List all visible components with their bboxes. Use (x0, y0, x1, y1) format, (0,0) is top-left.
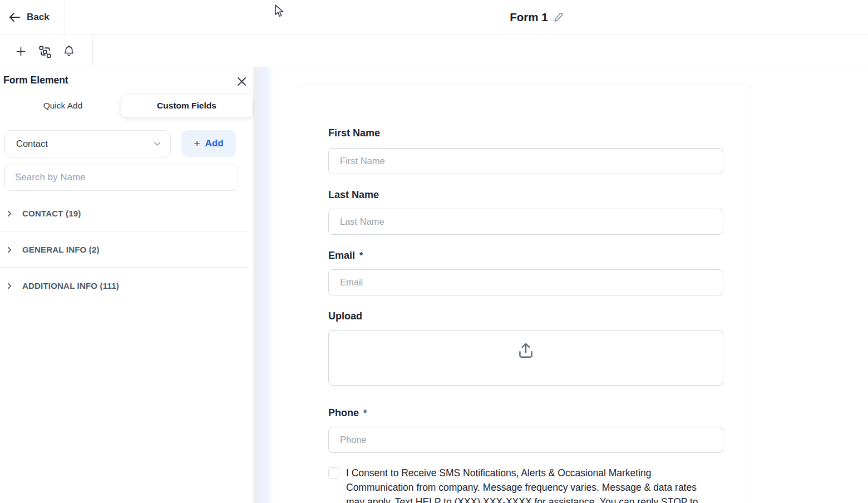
chevron-right-icon (6, 210, 13, 218)
object-select-dropdown[interactable]: Contact (4, 130, 171, 157)
arrow-left-icon (9, 12, 21, 22)
back-label: Back (27, 12, 50, 23)
field-label: Upload (328, 310, 362, 322)
form-element-panel: Form Element Quick Add Custom Fields Con… (0, 67, 253, 503)
chevron-right-icon (6, 246, 13, 254)
top-header-bar: Back Form 1 (0, 0, 868, 34)
section-general-info[interactable]: GENERAL INFO (2) (0, 231, 249, 268)
first-name-input[interactable] (328, 148, 723, 174)
add-button[interactable]: + Add (181, 130, 236, 157)
email-input[interactable] (328, 269, 723, 295)
sms-consent-row: I Consent to Receive SMS Notifications, … (328, 466, 723, 503)
tab-custom-fields[interactable]: Custom Fields (121, 94, 253, 117)
consent-text: I Consent to Receive SMS Notifications, … (346, 466, 707, 503)
page-title: Form 1 (510, 11, 548, 24)
close-icon[interactable] (235, 75, 248, 88)
header-divider (65, 0, 65, 34)
section-contact[interactable]: CONTACT (19) (0, 195, 249, 231)
last-name-input[interactable] (328, 209, 723, 235)
section-label: ADDITIONAL INFO (111) (22, 281, 119, 290)
required-marker: * (359, 251, 363, 260)
form-preview-canvas: First Name Last Name Email* Upload Phone… (299, 83, 752, 503)
upload-dropzone[interactable] (328, 330, 723, 386)
panel-edge-gradient (253, 67, 274, 503)
upload-icon (516, 340, 536, 360)
chevron-down-icon (153, 140, 161, 148)
chevron-right-icon (6, 282, 13, 290)
field-label: Last Name (328, 189, 379, 201)
field-label: First Name (328, 127, 380, 139)
back-button[interactable]: Back (9, 0, 50, 34)
phone-input[interactable] (328, 427, 723, 453)
secondary-toolbar (0, 34, 868, 67)
panel-title: Form Element (3, 75, 68, 86)
plus-glyph: + (194, 137, 200, 150)
field-label: Email* (328, 250, 363, 262)
notification-bell-icon[interactable] (62, 45, 76, 58)
field-label: Phone* (328, 407, 367, 419)
add-button-label: Add (205, 138, 224, 149)
plus-icon[interactable] (14, 45, 27, 58)
section-label: CONTACT (19) (22, 209, 81, 218)
search-input[interactable] (4, 164, 238, 191)
edit-pencil-icon[interactable] (553, 12, 564, 23)
section-additional-info[interactable]: ADDITIONAL INFO (111) (0, 268, 249, 304)
toolbar-divider (92, 34, 93, 67)
consent-checkbox[interactable] (328, 467, 339, 479)
required-marker: * (363, 408, 367, 418)
section-label: GENERAL INFO (2) (22, 245, 100, 254)
object-select-value: Contact (16, 139, 153, 149)
tab-quick-add[interactable]: Quick Add (22, 94, 103, 117)
form-elements-icon[interactable] (38, 45, 51, 58)
